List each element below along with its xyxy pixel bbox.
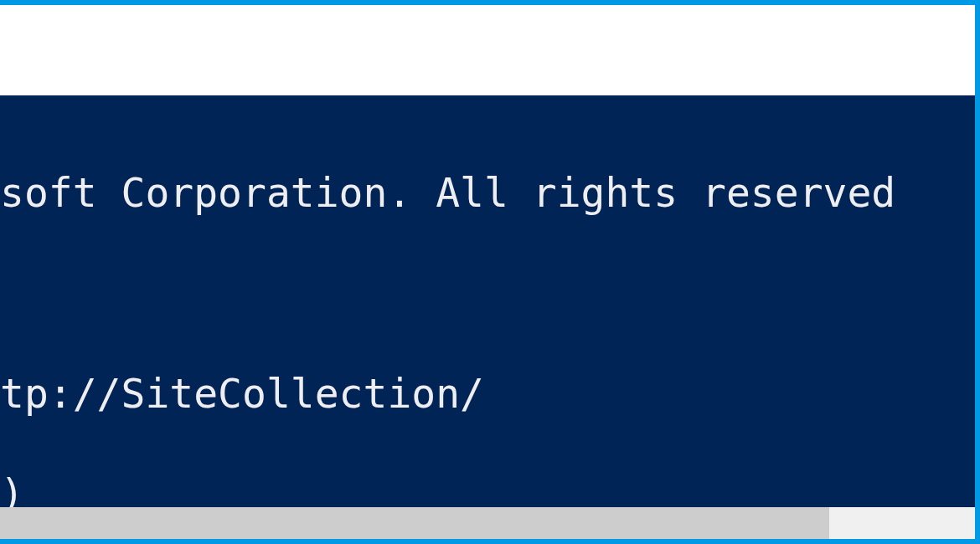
scrollbar-thumb[interactable] <box>0 507 829 539</box>
horizontal-scrollbar[interactable] <box>0 507 975 539</box>
console-line-copyright: soft Corporation. All rights reserved <box>0 167 975 218</box>
console-line-paren: ) <box>0 469 975 507</box>
scrollbar-track[interactable] <box>829 507 975 539</box>
console-line-blank <box>0 268 975 318</box>
powershell-console[interactable]: soft Corporation. All rights reserved tp… <box>0 95 975 507</box>
window-frame: soft Corporation. All rights reserved tp… <box>0 0 980 544</box>
console-line-url: tp://SiteCollection/ <box>0 368 975 418</box>
title-bar <box>0 5 975 95</box>
